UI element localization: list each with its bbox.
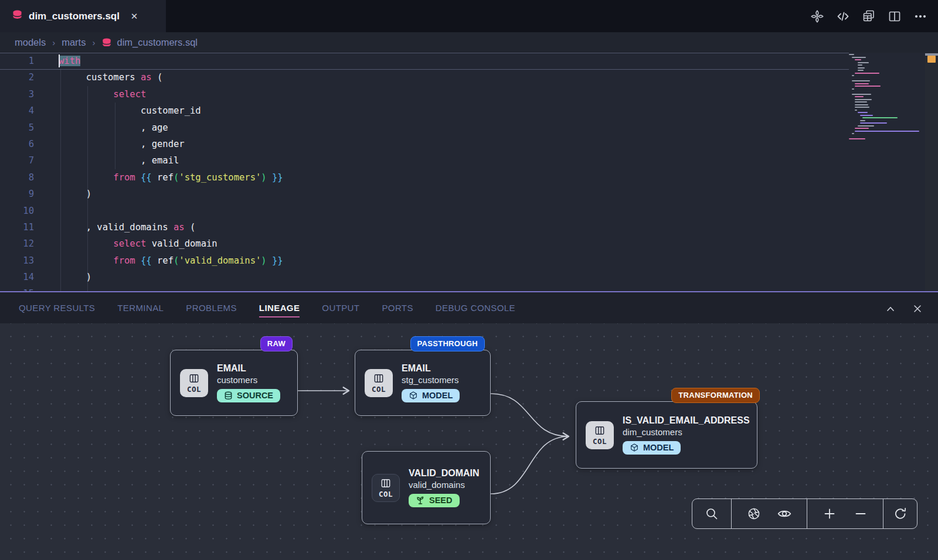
panel-tab-debug-console[interactable]: DEBUG CONSOLE (436, 303, 515, 313)
node-subtitle: valid_domains (409, 480, 480, 490)
node-title: EMAIL (217, 363, 280, 374)
node-title: IS_VALID_EMAIL_ADDRESS (623, 415, 747, 426)
breadcrumb-separator: › (92, 37, 95, 47)
zoom-out-icon[interactable] (852, 505, 869, 523)
code-line: 8 from {{ ref('stg_customers') }} (0, 169, 938, 186)
tab-close-icon[interactable]: ✕ (128, 10, 141, 23)
code-line: 7 , email (0, 152, 938, 169)
line-number: 15 (0, 285, 41, 291)
breadcrumb-models[interactable]: models (15, 37, 46, 48)
line-number: 1 (0, 53, 41, 69)
app-window: dim_customers.sql ✕ (0, 0, 938, 560)
panel-tab-query-results[interactable]: QUERY RESULTS (19, 303, 95, 313)
code-line: 3 select (0, 86, 938, 103)
node-subtitle: stg_customers (402, 375, 460, 385)
bottom-panel-tab-bar: QUERY RESULTSTERMINALPROBLEMSLINEAGEOUTP… (0, 291, 938, 323)
line-number: 8 (0, 169, 41, 186)
badge-passthrough: PASSTHROUGH (410, 336, 485, 351)
seed-pill: SEED (409, 494, 460, 507)
node-subtitle: customers (217, 375, 280, 385)
node-subtitle: dim_customers (623, 427, 747, 437)
refresh-icon[interactable] (892, 505, 909, 523)
model-pill: MODEL (623, 441, 681, 455)
panel-tab-terminal[interactable]: TERMINAL (117, 303, 164, 313)
code-line: 11 , valid_domains as ( (0, 219, 938, 235)
lineage-canvas[interactable]: RAW COL EMAIL customers SOURCE (0, 323, 938, 560)
more-actions-icon[interactable] (913, 9, 927, 23)
breadcrumb: models › marts › dim_customers.sql (0, 32, 938, 53)
code-view-icon[interactable] (836, 9, 850, 23)
columns-icon (188, 373, 200, 384)
lineage-node-stg-customers[interactable]: PASSTHROUGH COL EMAIL stg_customers MODE… (355, 350, 491, 416)
column-chip: COL (372, 474, 400, 502)
text-cursor (59, 54, 60, 67)
badge-transformation: TRANSFORMATION (671, 388, 760, 403)
node-title: VALID_DOMAIN (409, 468, 480, 479)
node-title: EMAIL (402, 363, 460, 374)
ruler-highlight-marker (927, 56, 936, 63)
line-number: 4 (0, 103, 41, 119)
line-number: 12 (0, 235, 41, 252)
sprout-icon (416, 496, 425, 505)
cube-icon (409, 391, 418, 400)
database-icon (224, 391, 233, 400)
cube-icon (630, 443, 639, 452)
breadcrumb-separator: › (52, 37, 55, 47)
code-line: 10 (0, 203, 938, 219)
tab-title: dim_customers.sql (29, 11, 120, 22)
code-line: 5 , age (0, 119, 938, 136)
line-number: 6 (0, 136, 41, 152)
code-line: 1with (0, 53, 938, 69)
tab-dim-customers[interactable]: dim_customers.sql ✕ (0, 0, 166, 32)
panel-tab-lineage[interactable]: LINEAGE (259, 303, 300, 313)
lineage-node-valid-domains[interactable]: COL VALID_DOMAIN valid_domains SEED (362, 451, 491, 524)
badge-raw: RAW (260, 336, 293, 351)
column-chip: COL (365, 369, 393, 397)
code-line: 6 , gender (0, 136, 938, 152)
code-line: 9 ) (0, 186, 938, 202)
columns-icon (373, 373, 385, 384)
database-icon (101, 37, 112, 48)
breadcrumb-file-label: dim_customers.sql (117, 37, 198, 48)
search-icon[interactable] (703, 505, 721, 523)
dbt-logo-icon[interactable] (810, 9, 824, 23)
columns-icon (594, 425, 606, 436)
breadcrumb-file[interactable]: dim_customers.sql (101, 37, 198, 48)
panel-tab-problems[interactable]: PROBLEMS (186, 303, 237, 313)
panel-actions (884, 292, 924, 325)
code-line: 2 customers as ( (0, 69, 938, 86)
close-panel-icon[interactable] (911, 302, 924, 315)
line-number: 11 (0, 219, 41, 235)
code-editor[interactable]: 1with2 customers as (3 select4 customer_… (0, 53, 938, 291)
preview-eye-icon[interactable] (776, 505, 793, 523)
panel-tabs: QUERY RESULTSTERMINALPROBLEMSLINEAGEOUTP… (19, 303, 515, 313)
minimap[interactable] (849, 53, 923, 228)
line-number: 5 (0, 119, 41, 136)
lineage-node-dim-customers[interactable]: TRANSFORMATION COL IS_VALID_EMAIL_ADDRES… (576, 401, 757, 469)
zoom-in-icon[interactable] (821, 505, 838, 523)
breadcrumb-marts[interactable]: marts (62, 37, 86, 48)
source-pill: SOURCE (217, 389, 280, 402)
lineage-toolbar (692, 498, 917, 529)
collapse-panel-icon[interactable] (884, 302, 897, 315)
code-line: 4 customer_id (0, 103, 938, 119)
code-line: 13 from {{ ref('valid_domains') }} (0, 252, 938, 269)
line-number: 9 (0, 186, 41, 202)
code-line: 12 select valid_domain (0, 235, 938, 252)
line-number: 13 (0, 252, 41, 269)
line-number: 14 (0, 269, 41, 285)
copy-results-icon[interactable] (862, 9, 876, 23)
columns-icon (380, 477, 392, 489)
panel-tab-output[interactable]: OUTPUT (322, 303, 359, 313)
lineage-node-customers[interactable]: RAW COL EMAIL customers SOURCE (170, 350, 298, 416)
line-number: 3 (0, 86, 41, 103)
code-line: 15 (0, 285, 938, 291)
overview-ruler[interactable] (925, 53, 938, 291)
line-number: 10 (0, 203, 41, 219)
column-chip: COL (180, 369, 208, 397)
aperture-icon[interactable] (745, 505, 763, 523)
panel-tab-ports[interactable]: PORTS (382, 303, 413, 313)
code-line: 14 ) (0, 269, 938, 285)
line-number: 7 (0, 152, 41, 169)
split-editor-icon[interactable] (888, 9, 902, 23)
